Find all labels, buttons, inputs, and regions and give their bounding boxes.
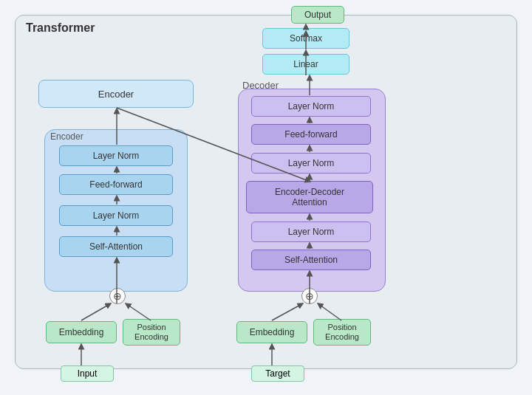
left-embedding: Embedding (46, 321, 117, 343)
enc-dec-attention: Encoder-Decoder Attention (246, 181, 373, 213)
decoder-layer-norm-top: Layer Norm (251, 96, 371, 117)
decoder-feed-forward: Feed-forward (251, 124, 371, 145)
input-label: Input (61, 365, 114, 382)
sum-right: ⊕ (301, 288, 318, 304)
encoder-stack-label: Encoder (50, 131, 83, 142)
encoder-outer-box: Encoder (38, 80, 194, 108)
decoder-layer-norm-3: Layer Norm (251, 221, 371, 242)
right-position-encoding: Position Encoding (313, 319, 371, 346)
target-label: Target (251, 365, 304, 382)
left-position-encoding: Position Encoding (123, 319, 180, 346)
sum-left: ⊕ (109, 288, 126, 304)
output-box: Output (291, 6, 344, 24)
encoder-self-attention: Self-Attention (59, 236, 173, 257)
transformer-label: Transformer (26, 21, 95, 35)
softmax-box: Softmax (262, 28, 349, 49)
encoder-layer-norm-top: Layer Norm (59, 145, 173, 166)
decoder-layer-norm-2: Layer Norm (251, 153, 371, 174)
encoder-layer-norm-bottom: Layer Norm (59, 205, 173, 226)
decoder-self-attention: Self-Attention (251, 250, 371, 270)
encoder-feed-forward: Feed-forward (59, 174, 173, 195)
linear-box: Linear (262, 54, 349, 75)
right-embedding: Embedding (236, 321, 307, 343)
